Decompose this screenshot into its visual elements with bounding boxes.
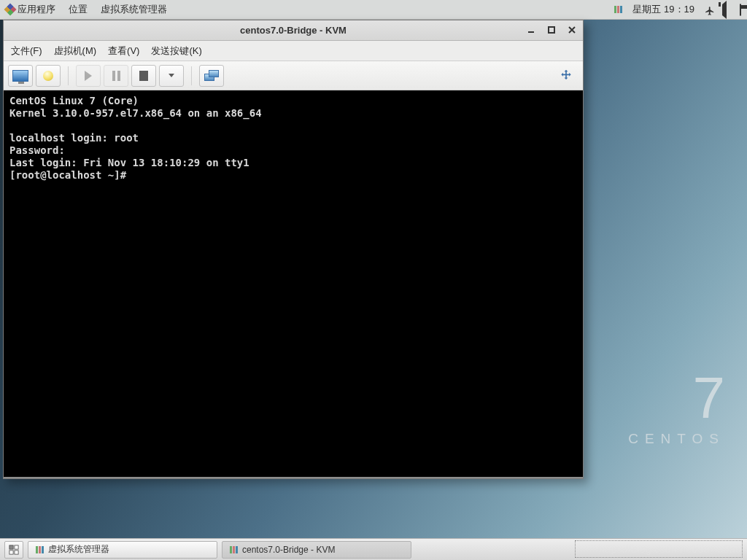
monitor-icon xyxy=(12,70,28,82)
maximize-button[interactable] xyxy=(543,22,560,38)
vm-indicator-icon[interactable] xyxy=(613,4,624,15)
menu-view[interactable]: 查看(V) xyxy=(108,44,139,58)
taskbar-item-label: centos7.0-Bridge - KVM xyxy=(242,545,335,555)
battery-icon[interactable] xyxy=(738,3,743,17)
places-menu[interactable]: 位置 xyxy=(67,1,89,18)
term-line: Last login: Fri Nov 13 18:10:29 on tty1 xyxy=(9,157,249,168)
menu-virtual-machine[interactable]: 虚拟机(M) xyxy=(54,44,97,58)
details-button[interactable] xyxy=(36,65,61,87)
toolbar xyxy=(4,61,583,90)
chevron-down-icon xyxy=(169,74,174,77)
apps-label: 应用程序 xyxy=(18,3,55,16)
centos-seven: 7 xyxy=(628,369,725,427)
svg-rect-2 xyxy=(15,545,18,548)
move-arrows-icon xyxy=(559,69,573,83)
fullscreen-button[interactable] xyxy=(554,65,578,87)
centos-name: CENTOS xyxy=(628,431,725,447)
shutdown-button[interactable] xyxy=(131,65,156,87)
taskbar-item-label: 虚拟系统管理器 xyxy=(48,543,109,556)
console-button[interactable] xyxy=(8,65,33,87)
clock[interactable]: 星期五 19：19 xyxy=(631,1,696,18)
pause-icon xyxy=(112,71,120,81)
centos-logo: 7 CENTOS xyxy=(628,369,725,447)
minimize-button[interactable] xyxy=(523,22,539,38)
run-button xyxy=(76,65,101,87)
titlebar[interactable]: centos7.0-Bridge - KVM xyxy=(4,20,583,41)
taskbar-item-kvm[interactable]: centos7.0-Bridge - KVM xyxy=(222,541,411,559)
taskbar-item-vmm[interactable]: 虚拟系统管理器 xyxy=(28,541,217,559)
window-title: centos7.0-Bridge - KVM xyxy=(240,25,347,36)
kvm-viewer-window: centos7.0-Bridge - KVM 文件(F) 虚拟机(M) 查看(V… xyxy=(3,20,584,479)
guest-console[interactable]: CentOS Linux 7 (Core) Kernel 3.10.0-957.… xyxy=(4,90,583,477)
term-line: localhost login: root xyxy=(9,132,139,144)
menu-send-key[interactable]: 发送按键(K) xyxy=(151,44,201,58)
term-line: CentOS Linux 7 (Core) xyxy=(9,95,139,106)
close-button[interactable] xyxy=(564,22,580,38)
lightbulb-icon xyxy=(43,71,53,81)
distributor-logo-icon xyxy=(4,4,17,16)
vmm-icon xyxy=(36,546,44,553)
separator xyxy=(68,66,69,85)
stop-icon xyxy=(139,71,148,81)
svg-rect-1 xyxy=(9,545,13,548)
term-line: Password: xyxy=(9,144,65,156)
top-panel: 应用程序 位置 虚拟系统管理器 星期五 19：19 xyxy=(0,0,747,20)
svg-rect-4 xyxy=(15,550,18,553)
volume-icon[interactable] xyxy=(721,3,731,17)
show-desktop-button[interactable] xyxy=(4,541,23,559)
apps-menu[interactable]: 应用程序 xyxy=(4,1,57,18)
term-line: Kernel 3.10.0-957.el7.x86_64 on an x86_6… xyxy=(9,107,262,119)
term-line: [root@localhost ~]# xyxy=(9,169,126,181)
snapshots-button[interactable] xyxy=(199,65,224,87)
separator xyxy=(191,66,192,85)
menubar: 文件(F) 虚拟机(M) 查看(V) 发送按键(K) xyxy=(4,41,583,61)
bottom-taskbar: 虚拟系统管理器 centos7.0-Bridge - KVM xyxy=(0,538,747,560)
play-icon xyxy=(85,71,92,81)
menu-file[interactable]: 文件(F) xyxy=(11,44,42,58)
vmm-icon xyxy=(230,546,238,553)
shutdown-menu-button[interactable] xyxy=(159,65,184,87)
svg-rect-0 xyxy=(549,27,554,33)
svg-rect-3 xyxy=(9,550,13,553)
airplane-mode-icon[interactable] xyxy=(703,4,713,15)
pause-button xyxy=(104,65,128,87)
windows-icon xyxy=(204,70,219,82)
workspace-icon xyxy=(9,545,19,555)
vmm-shortcut[interactable]: 虚拟系统管理器 xyxy=(99,1,169,18)
